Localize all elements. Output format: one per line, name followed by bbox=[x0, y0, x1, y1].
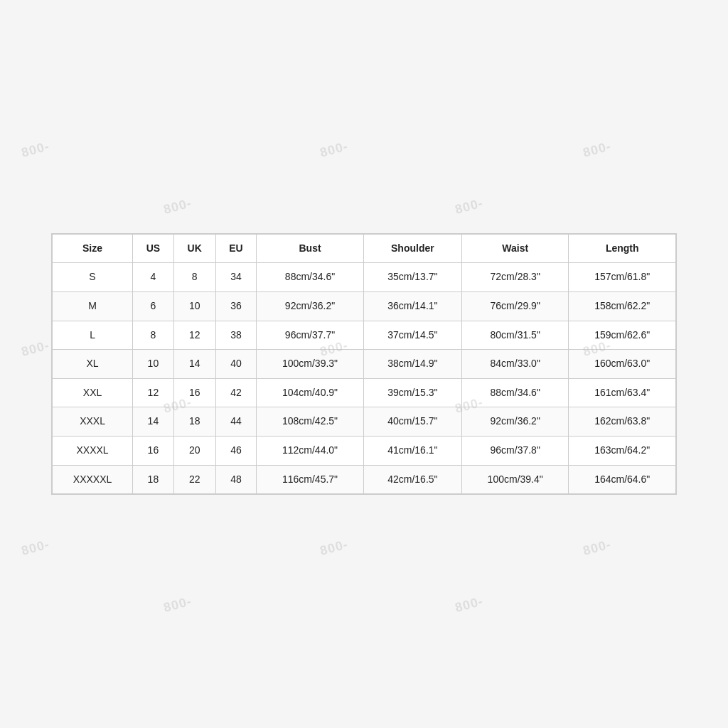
header-us: US bbox=[133, 234, 174, 263]
cell-r0-c5: 35cm/13.7" bbox=[363, 263, 461, 292]
cell-r3-c3: 40 bbox=[215, 350, 257, 379]
cell-r1-c5: 36cm/14.1" bbox=[363, 292, 461, 321]
cell-r3-c1: 10 bbox=[133, 350, 174, 379]
table-row: XXXXXL182248116cm/45.7"42cm/16.5"100cm/3… bbox=[53, 465, 676, 494]
cell-r1-c7: 158cm/62.2" bbox=[569, 292, 676, 321]
watermark: 800- bbox=[454, 196, 485, 218]
cell-r7-c1: 18 bbox=[133, 465, 174, 494]
watermark: 800- bbox=[162, 594, 193, 616]
cell-r4-c7: 161cm/63.4" bbox=[569, 378, 676, 407]
cell-r0-c3: 34 bbox=[215, 263, 257, 292]
cell-r7-c4: 116cm/45.7" bbox=[257, 465, 364, 494]
cell-r7-c7: 164cm/64.6" bbox=[569, 465, 676, 494]
cell-r5-c5: 40cm/15.7" bbox=[363, 407, 461, 437]
header-waist: Waist bbox=[461, 234, 569, 263]
watermark: 800- bbox=[20, 537, 51, 559]
cell-r2-c0: L bbox=[53, 321, 133, 350]
cell-r3-c0: XL bbox=[53, 350, 133, 379]
cell-r7-c6: 100cm/39.4" bbox=[461, 465, 569, 494]
table-row: XL101440100cm/39.3"38cm/14.9"84cm/33.0"1… bbox=[53, 350, 676, 379]
cell-r2-c1: 8 bbox=[133, 321, 174, 350]
cell-r0-c6: 72cm/28.3" bbox=[461, 263, 569, 292]
cell-r6-c1: 16 bbox=[133, 436, 174, 465]
cell-r3-c4: 100cm/39.3" bbox=[257, 350, 364, 379]
cell-r1-c2: 10 bbox=[173, 292, 215, 321]
cell-r1-c1: 6 bbox=[133, 292, 174, 321]
table-row: S483488cm/34.6"35cm/13.7"72cm/28.3"157cm… bbox=[53, 263, 676, 292]
cell-r5-c3: 44 bbox=[215, 407, 257, 437]
cell-r2-c7: 159cm/62.6" bbox=[569, 321, 676, 350]
header-length: Length bbox=[569, 234, 676, 263]
watermark: 800- bbox=[454, 594, 485, 616]
cell-r5-c1: 14 bbox=[133, 407, 174, 437]
cell-r0-c1: 4 bbox=[133, 263, 174, 292]
cell-r6-c2: 20 bbox=[173, 436, 215, 465]
cell-r3-c2: 14 bbox=[173, 350, 215, 379]
cell-r4-c2: 16 bbox=[173, 378, 215, 407]
cell-r6-c4: 112cm/44.0" bbox=[257, 436, 364, 465]
watermark: 800- bbox=[318, 537, 350, 559]
table-header-row: Size US UK EU Bust Shoulder Waist Length bbox=[53, 234, 676, 263]
cell-r4-c3: 42 bbox=[215, 378, 257, 407]
cell-r5-c4: 108cm/42.5" bbox=[257, 407, 364, 437]
cell-r3-c7: 160cm/63.0" bbox=[569, 350, 676, 379]
cell-r2-c5: 37cm/14.5" bbox=[363, 321, 461, 350]
header-shoulder: Shoulder bbox=[363, 234, 461, 263]
cell-r4-c6: 88cm/34.6" bbox=[461, 378, 569, 407]
watermark: 800- bbox=[582, 537, 613, 559]
cell-r1-c3: 36 bbox=[215, 292, 257, 321]
header-bust: Bust bbox=[257, 234, 364, 263]
watermark: 800- bbox=[20, 139, 51, 161]
watermark: 800- bbox=[582, 139, 613, 161]
cell-r4-c4: 104cm/40.9" bbox=[257, 378, 364, 407]
cell-r6-c7: 163cm/64.2" bbox=[569, 436, 676, 465]
header-size: Size bbox=[53, 234, 133, 263]
cell-r6-c6: 96cm/37.8" bbox=[461, 436, 569, 465]
cell-r5-c7: 162cm/63.8" bbox=[569, 407, 676, 437]
header-uk: UK bbox=[173, 234, 215, 263]
table-row: M6103692cm/36.2"36cm/14.1"76cm/29.9"158c… bbox=[53, 292, 676, 321]
cell-r7-c0: XXXXXL bbox=[53, 465, 133, 494]
cell-r1-c6: 76cm/29.9" bbox=[461, 292, 569, 321]
cell-r5-c0: XXXL bbox=[53, 407, 133, 437]
cell-r0-c4: 88cm/34.6" bbox=[257, 263, 364, 292]
table-row: XXXXL162046112cm/44.0"41cm/16.1"96cm/37.… bbox=[53, 436, 676, 465]
cell-r3-c5: 38cm/14.9" bbox=[363, 350, 461, 379]
cell-r4-c1: 12 bbox=[133, 378, 174, 407]
cell-r2-c6: 80cm/31.5" bbox=[461, 321, 569, 350]
watermark: 800- bbox=[20, 338, 51, 360]
cell-r5-c6: 92cm/36.2" bbox=[461, 407, 569, 437]
table-row: L8123896cm/37.7"37cm/14.5"80cm/31.5"159c… bbox=[53, 321, 676, 350]
cell-r4-c5: 39cm/15.3" bbox=[363, 378, 461, 407]
cell-r0-c0: S bbox=[53, 263, 133, 292]
cell-r7-c3: 48 bbox=[215, 465, 257, 494]
cell-r5-c2: 18 bbox=[173, 407, 215, 437]
table-row: XXL121642104cm/40.9"39cm/15.3"88cm/34.6"… bbox=[53, 378, 676, 407]
cell-r2-c3: 38 bbox=[215, 321, 257, 350]
size-chart-table: Size US UK EU Bust Shoulder Waist Length… bbox=[52, 234, 676, 494]
cell-r3-c6: 84cm/33.0" bbox=[461, 350, 569, 379]
cell-r1-c0: M bbox=[53, 292, 133, 321]
table-row: XXXL141844108cm/42.5"40cm/15.7"92cm/36.2… bbox=[53, 407, 676, 437]
cell-r6-c0: XXXXL bbox=[53, 436, 133, 465]
cell-r1-c4: 92cm/36.2" bbox=[257, 292, 364, 321]
cell-r2-c4: 96cm/37.7" bbox=[257, 321, 364, 350]
cell-r0-c7: 157cm/61.8" bbox=[569, 263, 676, 292]
watermark: 800- bbox=[318, 139, 350, 161]
cell-r7-c5: 42cm/16.5" bbox=[363, 465, 461, 494]
cell-r2-c2: 12 bbox=[173, 321, 215, 350]
watermark: 800- bbox=[162, 196, 193, 218]
cell-r7-c2: 22 bbox=[173, 465, 215, 494]
cell-r6-c3: 46 bbox=[215, 436, 257, 465]
cell-r0-c2: 8 bbox=[173, 263, 215, 292]
size-chart-container: Size US UK EU Bust Shoulder Waist Length… bbox=[51, 233, 677, 495]
cell-r4-c0: XXL bbox=[53, 378, 133, 407]
header-eu: EU bbox=[215, 234, 257, 263]
cell-r6-c5: 41cm/16.1" bbox=[363, 436, 461, 465]
